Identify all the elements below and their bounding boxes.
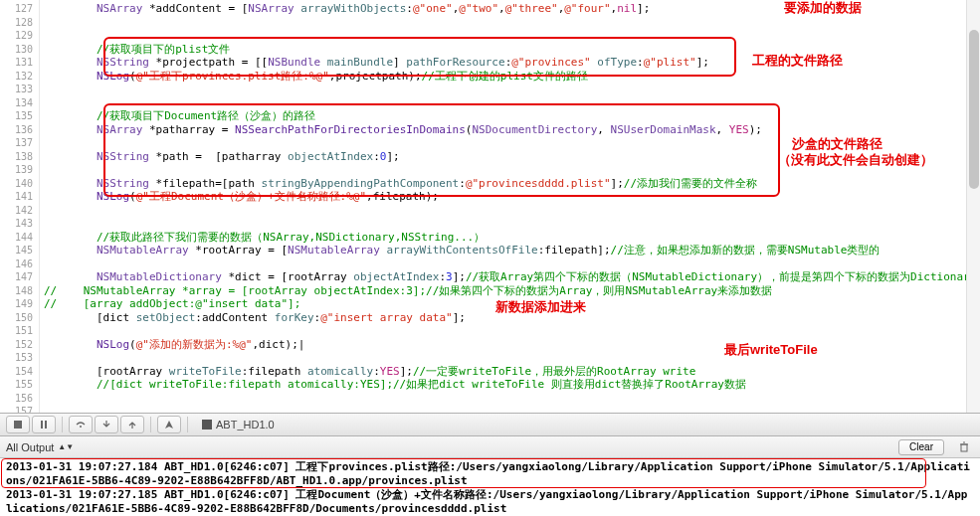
line-number: 131 <box>0 56 33 70</box>
trash-icon[interactable] <box>954 439 974 455</box>
line-number: 132 <box>0 70 33 84</box>
scheme-label: ABT_HD1.0 <box>216 419 275 430</box>
code-content[interactable]: NSArray *addContent = [NSArray arrayWith… <box>40 0 980 413</box>
line-number-gutter: 1271281291301311321331341351361371381391… <box>0 0 40 413</box>
line-number: 153 <box>0 351 33 365</box>
code-line[interactable]: //[dict writeToFile:filepath atomically:… <box>44 378 980 392</box>
console-line: 2013-01-31 19:07:27.184 ABT_HD1.0[6246:c… <box>6 460 974 488</box>
code-line[interactable]: NSLog(@"添加的新数据为:%@",dict);| <box>44 338 980 352</box>
code-line[interactable]: NSMutableArray *rootArray = [NSMutableAr… <box>44 244 980 258</box>
location-button[interactable] <box>157 416 181 433</box>
line-number: 135 <box>0 109 33 123</box>
output-filter-label: All Output <box>6 441 54 453</box>
code-line[interactable]: NSLog(@"工程下provinces.plist路径:%@",project… <box>44 70 980 84</box>
line-number: 142 <box>0 204 33 218</box>
line-number: 146 <box>0 258 33 271</box>
annotation-text: （没有此文件会自动创建） <box>778 153 933 167</box>
line-number: 138 <box>0 150 33 164</box>
step-over-button[interactable] <box>69 416 93 433</box>
step-out-button[interactable] <box>120 416 144 433</box>
line-number: 148 <box>0 284 33 298</box>
line-number: 147 <box>0 270 33 284</box>
console-filter-bar: All Output ▲▼ Clear <box>0 436 980 458</box>
svg-rect-0 <box>14 421 22 429</box>
code-line[interactable]: NSArray *patharray = NSSearchPathForDire… <box>44 123 980 137</box>
svg-rect-2 <box>45 421 47 429</box>
step-into-button[interactable] <box>95 416 118 433</box>
line-number: 152 <box>0 338 33 352</box>
line-number: 151 <box>0 324 33 338</box>
line-number: 137 <box>0 136 33 150</box>
debug-toolbar: ABT_HD1.0 <box>0 413 980 436</box>
annotation-text: 新数据添加进来 <box>495 300 586 314</box>
annotation-text: 要添加的数据 <box>784 1 862 15</box>
scheme-icon <box>202 420 212 430</box>
code-line[interactable] <box>44 351 980 365</box>
code-line[interactable]: // NSMutableArray *array = [rootArray ob… <box>44 284 980 298</box>
code-line[interactable] <box>44 217 980 231</box>
code-line[interactable]: NSString *filepath=[path stringByAppendi… <box>44 177 980 191</box>
code-line[interactable] <box>44 83 980 96</box>
separator <box>187 417 188 432</box>
line-number: 139 <box>0 163 33 177</box>
svg-rect-1 <box>41 421 43 429</box>
line-number: 128 <box>0 16 33 30</box>
svg-point-3 <box>80 426 82 428</box>
code-line[interactable] <box>44 29 980 43</box>
code-line[interactable]: //获取项目下Document路径（沙盒）的路径 <box>44 109 980 123</box>
console-line: 2013-01-31 19:07:27.185 ABT_HD1.0[6246:c… <box>6 488 974 516</box>
line-number: 129 <box>0 29 33 43</box>
clear-console-button[interactable]: Clear <box>898 439 944 455</box>
line-number: 140 <box>0 177 33 191</box>
code-line[interactable] <box>44 258 980 271</box>
code-line[interactable] <box>44 204 980 218</box>
line-number: 155 <box>0 378 33 392</box>
annotation-text: 工程的文件路径 <box>752 54 843 68</box>
line-number: 145 <box>0 244 33 258</box>
line-number: 134 <box>0 96 33 110</box>
vertical-scrollbar[interactable] <box>966 0 980 413</box>
line-number: 156 <box>0 392 33 406</box>
line-number: 133 <box>0 83 33 96</box>
scheme-selector[interactable]: ABT_HD1.0 <box>202 419 275 430</box>
scroll-handle[interactable] <box>969 30 979 189</box>
code-editor[interactable]: 1271281291301311321331341351361371381391… <box>0 0 980 413</box>
line-number: 149 <box>0 297 33 311</box>
code-line[interactable]: NSMutableDictionary *dict = [rootArray o… <box>44 270 980 284</box>
pause-button[interactable] <box>32 416 56 433</box>
line-number: 127 <box>0 2 33 16</box>
line-number: 150 <box>0 311 33 325</box>
code-line[interactable] <box>44 324 980 338</box>
output-filter-dropdown[interactable]: All Output ▲▼ <box>6 441 74 453</box>
line-number: 143 <box>0 217 33 231</box>
line-number: 130 <box>0 43 33 57</box>
code-line[interactable] <box>44 96 980 110</box>
line-number: 141 <box>0 190 33 204</box>
code-line[interactable]: //获取此路径下我们需要的数据（NSArray,NSDictionary,NSS… <box>44 231 980 245</box>
toggle-breakpoints-button[interactable] <box>6 416 30 433</box>
svg-rect-4 <box>961 444 967 451</box>
annotation-text: 沙盒的文件路径 <box>792 137 882 151</box>
line-number: 154 <box>0 365 33 379</box>
separator <box>62 417 63 432</box>
code-line[interactable] <box>44 16 980 30</box>
line-number: 136 <box>0 123 33 137</box>
separator <box>150 417 151 432</box>
code-line[interactable]: NSLog(@"工程Document（沙盒）+文件名称路径:%@",filepa… <box>44 190 980 204</box>
annotation-text: 最后writeToFile <box>724 343 818 357</box>
chevron-updown-icon: ▲▼ <box>58 442 74 451</box>
debug-console[interactable]: 2013-01-31 19:07:27.184 ABT_HD1.0[6246:c… <box>0 458 980 516</box>
code-line[interactable]: [rootArray writeToFile:filepath atomical… <box>44 365 980 379</box>
code-line[interactable] <box>44 392 980 406</box>
line-number: 144 <box>0 231 33 245</box>
